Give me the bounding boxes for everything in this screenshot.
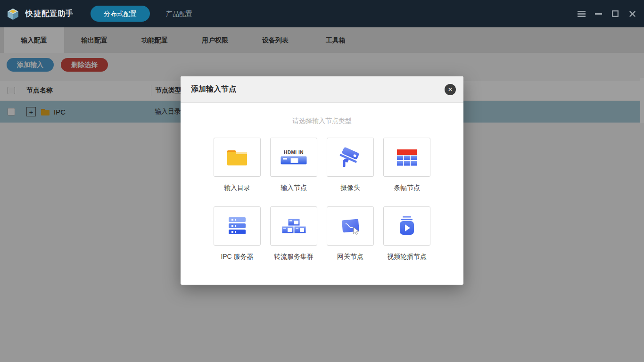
tile-label: 输入节点 xyxy=(270,184,317,193)
minimize-icon[interactable] xyxy=(594,9,603,18)
tile-banner-node[interactable] xyxy=(383,138,430,177)
app-title: 快捷配置助手 xyxy=(25,9,74,19)
node-type-cell-banner-node: 条幅节点 xyxy=(383,138,430,193)
dialog-title: 添加输入节点 xyxy=(191,84,236,94)
tile-stream-cluster[interactable] xyxy=(270,206,317,246)
tile-label: 转流服务集群 xyxy=(270,253,317,262)
banner-grid-icon xyxy=(396,148,418,166)
window-controls xyxy=(577,9,636,18)
node-type-cell-video-carousel: 视频轮播节点 xyxy=(383,206,430,262)
tile-label: 条幅节点 xyxy=(383,184,430,193)
tile-label: 输入目录 xyxy=(214,184,261,193)
tile-gateway-node[interactable] xyxy=(327,206,374,246)
hdmi-in-icon xyxy=(281,156,307,165)
dialog-close-button[interactable]: ✕ xyxy=(445,84,456,95)
titlebar-tab-product-config[interactable]: 产品配置 xyxy=(153,6,206,22)
folder-icon xyxy=(226,148,248,166)
dialog-subtitle: 请选择输入节点类型 xyxy=(181,117,463,125)
hdmi-in-label: HDMI IN xyxy=(284,150,304,155)
video-carousel-icon xyxy=(396,216,417,237)
close-icon[interactable] xyxy=(628,9,636,18)
gateway-icon xyxy=(339,216,362,237)
server-cluster-icon xyxy=(281,217,306,235)
tile-label: 视频轮播节点 xyxy=(383,253,430,262)
menu-icon[interactable] xyxy=(577,9,586,18)
maximize-icon[interactable] xyxy=(611,9,619,18)
add-input-node-dialog: 添加输入节点 ✕ 请选择输入节点类型 输入目录 HDMI IN xyxy=(181,76,463,285)
dialog-header: 添加输入节点 ✕ xyxy=(181,76,463,103)
tile-ipc-server[interactable] xyxy=(214,206,261,246)
tile-camera[interactable] xyxy=(327,138,374,177)
camera-icon xyxy=(339,146,362,169)
tile-input-directory[interactable] xyxy=(214,138,261,177)
node-type-cell-camera: 摄像头 xyxy=(327,138,374,193)
titlebar: 快捷配置助手 分布式配置 产品配置 xyxy=(0,0,644,27)
node-type-cell-input-node: HDMI IN 输入节点 xyxy=(270,138,317,193)
app-logo-cube-icon xyxy=(7,8,19,20)
node-type-cell-input-directory: 输入目录 xyxy=(214,138,261,193)
node-type-cell-ipc-server: IPC 服务器 xyxy=(214,206,261,262)
node-type-cell-stream-cluster: 转流服务集群 xyxy=(270,206,317,262)
tile-label: 网关节点 xyxy=(327,253,374,262)
server-stack-icon xyxy=(227,216,248,236)
tile-video-carousel[interactable] xyxy=(383,206,430,246)
node-type-cell-gateway-node: 网关节点 xyxy=(327,206,374,262)
tile-label: IPC 服务器 xyxy=(214,253,261,262)
node-type-grid: 输入目录 HDMI IN xyxy=(214,138,430,262)
app-window: 快捷配置助手 分布式配置 产品配置 输入配置 输出配置 功能配置 用户权限 设备… xyxy=(0,0,644,362)
tile-label: 摄像头 xyxy=(327,184,374,193)
tile-input-node[interactable]: HDMI IN xyxy=(270,138,317,177)
titlebar-tab-distributed-config[interactable]: 分布式配置 xyxy=(91,6,150,22)
